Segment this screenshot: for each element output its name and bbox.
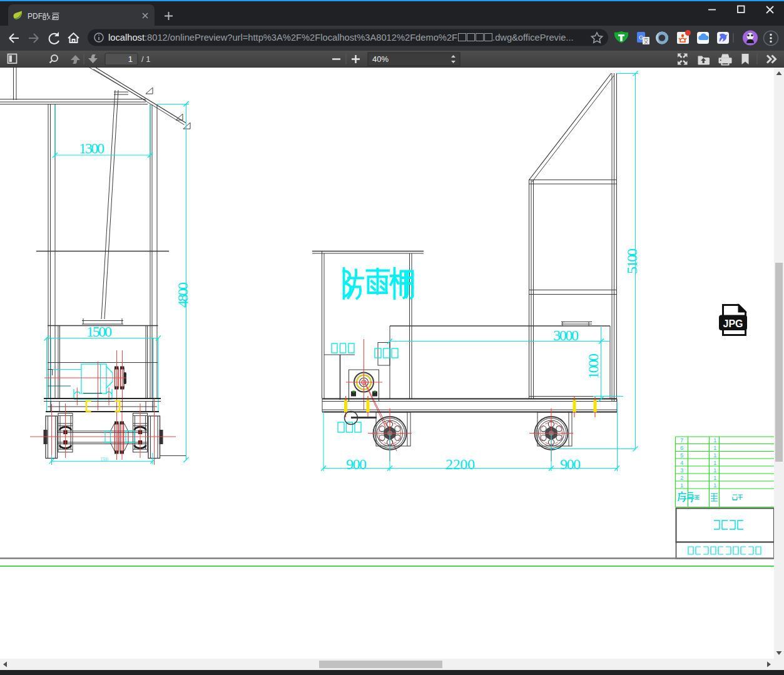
svg-text:1: 1	[713, 437, 716, 444]
svg-text:G: G	[639, 34, 643, 41]
svg-text:6: 6	[680, 444, 683, 451]
svg-text:5: 5	[680, 452, 683, 459]
svg-text:/ 1: / 1	[141, 54, 150, 64]
svg-text:JPG: JPG	[723, 318, 743, 329]
svg-text:1000: 1000	[585, 353, 601, 379]
svg-text:1500: 1500	[86, 323, 112, 340]
svg-text:5100: 5100	[624, 248, 640, 274]
svg-text:1: 1	[713, 467, 716, 474]
svg-text:1: 1	[713, 474, 716, 481]
svg-text:2200: 2200	[445, 456, 475, 472]
svg-text:1: 1	[713, 452, 716, 459]
svg-text:4: 4	[680, 459, 683, 466]
svg-text:900: 900	[560, 456, 581, 472]
svg-text:7: 7	[680, 437, 683, 444]
svg-text:1: 1	[128, 54, 133, 64]
svg-text:4800: 4800	[175, 282, 191, 308]
svg-text:1300: 1300	[79, 140, 104, 156]
svg-text:1500: 1500	[100, 457, 108, 462]
svg-text:3: 3	[680, 467, 683, 474]
svg-text:1: 1	[713, 482, 716, 489]
svg-text:40%: 40%	[372, 54, 389, 64]
svg-text:2: 2	[680, 474, 683, 481]
svg-text:1: 1	[680, 482, 683, 489]
svg-text:1: 1	[713, 459, 716, 466]
svg-text:1: 1	[713, 444, 716, 451]
svg-text:900: 900	[346, 456, 367, 472]
